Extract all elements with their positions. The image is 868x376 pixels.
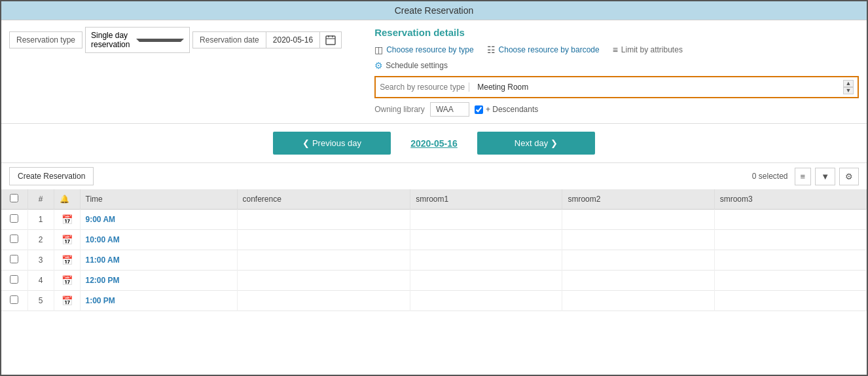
row-smroom3-2 [714,230,866,250]
filter-icon: ≡ [613,45,618,55]
barcode-icon: ☷ [487,45,496,55]
row-checkbox-5[interactable] [10,295,18,304]
selected-count: 0 selected [752,172,788,181]
owning-library-row: Owning library WAA + Descendants [374,102,859,117]
row-conference-1 [237,210,410,230]
col-alert: 🔔 [54,189,80,210]
date-section: Reservation date 2020-05-16 [192,31,342,48]
row-checkbox-cell [1,250,27,271]
tab-by-barcode[interactable]: ☷ Choose resource by barcode [487,45,600,55]
schedule-table-container: # 🔔 Time conference smroom1 smroom2 smro… [1,189,867,311]
row-smroom1-4 [410,271,562,291]
title-bar: Create Reservation [1,1,867,20]
gear-icon: ⚙ [374,60,383,71]
reservation-type-value: Single day reservation [91,31,132,49]
row-smroom3-1 [714,210,866,230]
row-checkbox-2[interactable] [10,235,18,243]
schedule-settings-link[interactable]: ⚙ Schedule settings [374,60,859,71]
row-smroom2-4 [562,271,714,291]
row-checkbox-cell [1,210,27,230]
create-reservation-button[interactable]: Create Reservation [9,167,94,185]
tab-by-barcode-label: Choose resource by barcode [499,45,600,54]
reservation-details-heading: Reservation details [374,27,859,38]
descendants-label: + Descendants [486,105,538,114]
left-controls: Reservation type Single day reservation … [9,27,342,53]
col-num: # [27,189,54,210]
collapse-button[interactable]: ▼ [815,168,835,185]
col-time: Time [80,189,237,210]
row-checkbox-1[interactable] [10,214,18,223]
table-row: 1 📅 9:00 AM [1,210,867,230]
table-row: 4 📅 12:00 PM [1,271,867,291]
row-cal-3: 📅 [54,250,80,271]
next-day-button[interactable]: Next day ❯ [477,132,595,155]
reservation-type-arrow-icon [136,39,184,42]
previous-day-button[interactable]: ❮ Previous day [273,132,391,155]
row-num-1: 1 [27,210,54,230]
row-conference-2 [237,230,410,250]
row-num-2: 2 [27,230,54,250]
resource-tabs: ◫ Choose resource by type ☷ Choose resou… [374,45,859,55]
search-row: Search by resource type Meeting Room ▲ ▼ [374,76,859,98]
reservation-date-label: Reservation date [193,32,266,48]
row-conference-5 [237,291,410,311]
row-checkbox-cell [1,230,27,250]
row-time-5: 1:00 PM [80,291,237,311]
top-section: Reservation type Single day reservation … [1,20,867,124]
row-smroom1-3 [410,250,562,271]
reservation-type-label: Reservation type [9,31,82,48]
row-time-1: 9:00 AM [80,210,237,230]
reservation-details: Reservation details ◫ Choose resource by… [355,27,859,117]
right-controls: 0 selected ≡ ▼ ⚙ [752,168,859,185]
row-cal-2: 📅 [54,230,80,250]
col-smroom3: smroom3 [714,189,866,210]
descendants-checkbox[interactable] [475,105,483,114]
row-checkbox-4[interactable] [10,275,18,284]
window-title: Create Reservation [395,5,474,16]
row-smroom3-3 [714,250,866,271]
main-window: Create Reservation Reservation type Sing… [0,0,868,376]
owning-library-value: WAA [430,102,469,117]
row-smroom2-5 [562,291,714,311]
tab-by-attributes-label: Limit by attributes [621,45,683,54]
server-icon: ◫ [374,45,383,55]
resource-type-value: Meeting Room [473,83,841,92]
current-date-display[interactable]: 2020-05-16 [410,138,458,149]
row-conference-3 [237,250,410,271]
row-cal-1: 📅 [54,210,80,230]
tab-by-type[interactable]: ◫ Choose resource by type [374,45,473,55]
calendar-icon[interactable] [319,32,341,48]
row-smroom1-5 [410,291,562,311]
row-cal-5: 📅 [54,291,80,311]
row-smroom2-2 [562,230,714,250]
settings-button[interactable]: ⚙ [839,168,859,185]
filter-button[interactable]: ≡ [795,168,812,185]
row-smroom3-4 [714,271,866,291]
row-checkbox-3[interactable] [10,255,18,263]
row-smroom1-2 [410,230,562,250]
tab-by-attributes[interactable]: ≡ Limit by attributes [613,45,683,55]
row-cal-4: 📅 [54,271,80,291]
navigation-section: ❮ Previous day 2020-05-16 Next day ❯ [1,124,867,163]
select-all-checkbox[interactable] [10,194,18,202]
col-smroom1: smroom1 [410,189,562,210]
row-smroom2-1 [562,210,714,230]
row-time-4: 12:00 PM [80,271,237,291]
search-label: Search by resource type [380,83,469,92]
table-header: # 🔔 Time conference smroom1 smroom2 smro… [1,189,867,210]
reservation-type-select[interactable]: Single day reservation [85,27,190,53]
spinner-up[interactable]: ▲ [843,80,854,87]
row-smroom3-5 [714,291,866,311]
owning-library-label: Owning library [374,105,425,114]
schedule-table: # 🔔 Time conference smroom1 smroom2 smro… [1,189,867,311]
resource-type-dropdown[interactable]: Meeting Room ▲ ▼ [473,80,854,94]
reservation-date-value: 2020-05-16 [266,32,319,48]
col-conference: conference [237,189,410,210]
main-content: Reservation type Single day reservation … [1,20,867,375]
row-checkbox-cell [1,291,27,311]
table-row: 5 📅 1:00 PM [1,291,867,311]
table-row: 2 📅 10:00 AM [1,230,867,250]
row-checkbox-cell [1,271,27,291]
row-num-3: 3 [27,250,54,271]
spinner-down[interactable]: ▼ [843,87,854,94]
